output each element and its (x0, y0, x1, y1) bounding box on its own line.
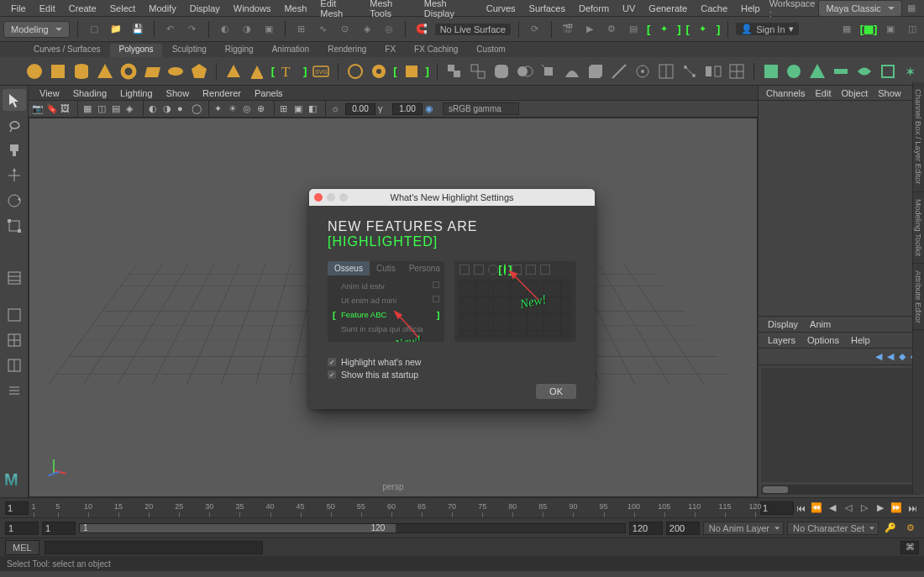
step-fwd-key-icon[interactable]: ⏩ (890, 501, 903, 515)
play-back-icon[interactable]: ◁ (842, 501, 855, 515)
vp-icon-n[interactable]: ▣ (294, 103, 306, 115)
vp-menu-view[interactable]: View (34, 87, 66, 99)
layout-single-icon[interactable] (3, 304, 26, 326)
poly-newprim-icon[interactable] (402, 62, 421, 81)
autokey-icon[interactable]: 🔑 (882, 520, 899, 537)
vp-menu-renderer[interactable]: Renderer (197, 87, 247, 99)
shelf-tab-curves[interactable]: Curves / Surfaces (25, 44, 108, 57)
vp-cam-icon[interactable]: 📷 (32, 103, 44, 115)
go-start-icon[interactable]: ⏮ (794, 501, 807, 515)
panel-layout-icon-1[interactable]: ▦ (838, 21, 855, 38)
target-weld-icon[interactable] (633, 62, 652, 81)
menu-edit[interactable]: Edit (34, 2, 61, 15)
range-slider[interactable]: 1 120 (79, 523, 626, 533)
step-back-key-icon[interactable]: ⏪ (810, 501, 823, 515)
poly-sphere-icon[interactable] (25, 62, 44, 81)
range-end-outer[interactable] (666, 522, 700, 535)
vp-bookmark-icon[interactable]: 🔖 (46, 103, 58, 115)
poly-cylinder-icon[interactable] (72, 62, 91, 81)
insert-edge-icon[interactable] (657, 62, 675, 81)
shelf-tab-fx[interactable]: FX (376, 44, 404, 57)
open-scene-icon[interactable]: 📁 (108, 21, 124, 38)
step-fwd-icon[interactable]: ▶ (874, 501, 887, 515)
menu-file[interactable]: File (5, 2, 32, 15)
undo-icon[interactable]: ↶ (162, 21, 179, 38)
menu-curves[interactable]: Curves (480, 2, 522, 15)
move-tool[interactable] (3, 165, 26, 186)
vp-icon-e[interactable]: ◐ (149, 103, 160, 115)
window-close-icon[interactable] (314, 193, 323, 202)
ok-button[interactable]: OK (536, 384, 576, 399)
side-tab-modeling-toolkit[interactable]: Modeling Toolkit (913, 192, 924, 264)
menu-help[interactable]: Help (735, 2, 766, 15)
mirror-icon[interactable] (704, 62, 722, 81)
poly-cone-icon[interactable] (96, 62, 114, 81)
vp-icon-l[interactable]: ⊕ (257, 103, 269, 115)
menu-uv[interactable]: UV (617, 2, 641, 15)
layout-four-icon[interactable] (3, 329, 26, 351)
menu-meshtools[interactable]: Mesh Tools (364, 0, 417, 20)
exposure-icon[interactable]: ☼ (331, 103, 343, 115)
new-scene-icon[interactable]: ▢ (86, 21, 102, 38)
select-tool[interactable] (3, 89, 26, 111)
side-tab-channelbox[interactable]: Channel Box / Layer Editor (913, 82, 924, 192)
snap-live-icon[interactable]: ◎ (381, 21, 397, 38)
color-mgmt-icon[interactable]: ◉ (425, 103, 437, 115)
render-more-icon[interactable]: ▤ (625, 21, 642, 38)
dialog-ex-tab3[interactable]: Persona (402, 261, 445, 275)
boolean-icon[interactable] (516, 62, 534, 81)
ch-tab-object[interactable]: Object (837, 87, 872, 98)
layout-two-icon[interactable] (3, 354, 26, 376)
bevel-icon[interactable] (586, 62, 605, 81)
poly-cube-icon[interactable] (49, 62, 67, 81)
layer-menu-options[interactable]: Options (803, 334, 843, 346)
vp-icon-d[interactable]: ◈ (126, 103, 138, 115)
layer-icon-1[interactable]: ◀ (875, 351, 882, 362)
paint-select-tool[interactable] (3, 139, 26, 161)
dialog-titlebar[interactable]: What's New Highlight Settings (309, 189, 595, 206)
vp-icon-a[interactable]: ▦ (83, 103, 95, 115)
menu-cache[interactable]: Cache (695, 2, 733, 15)
vp-icon-j[interactable]: ☀ (228, 103, 240, 115)
no-live-surface[interactable]: No Live Surface (435, 24, 511, 35)
vp-menu-lighting[interactable]: Lighting (114, 87, 159, 99)
anim-prefs-icon[interactable]: ⚙ (902, 520, 919, 537)
menu-display[interactable]: Display (184, 2, 226, 15)
range-start-outer[interactable] (5, 522, 39, 535)
layer-tab-display[interactable]: Display (764, 318, 802, 330)
sculpt-icon-7[interactable]: ✶ (902, 62, 921, 81)
vp-icon-o[interactable]: ◧ (308, 103, 320, 115)
menu-windows[interactable]: Windows (228, 2, 277, 15)
shelf-tab-animation[interactable]: Animation (264, 44, 318, 57)
menu-surfaces[interactable]: Surfaces (523, 2, 571, 15)
shelf-tab-rigging[interactable]: Rigging (217, 44, 262, 57)
shelf-tab-rendering[interactable]: Rendering (319, 44, 375, 57)
current-frame-input[interactable] (760, 501, 794, 515)
connect-icon[interactable] (680, 62, 699, 81)
vp-menu-show[interactable]: Show (160, 87, 196, 99)
poly-disc-icon[interactable] (166, 62, 185, 81)
render-icon[interactable]: 🎬 (559, 21, 576, 38)
sculpt-icon-4[interactable] (832, 62, 850, 81)
layer-icon-3[interactable]: ◆ (899, 351, 906, 362)
shelf-tab-sculpt[interactable]: Sculpting (164, 44, 215, 57)
menu-generate[interactable]: Generate (643, 2, 693, 15)
menu-deform[interactable]: Deform (573, 2, 615, 15)
sculpt-icon-6[interactable] (879, 62, 897, 81)
vp-icon-h[interactable]: ◯ (192, 103, 203, 115)
snap-point-icon[interactable]: ⊙ (337, 21, 354, 38)
layout-icon[interactable]: ▦ (904, 0, 919, 17)
window-max-icon[interactable] (339, 193, 348, 202)
shelf-tab-fxcaching[interactable]: FX Caching (406, 44, 466, 57)
vp-menu-panels[interactable]: Panels (249, 87, 289, 99)
sculpt-icon-3[interactable] (808, 62, 827, 81)
separate-icon[interactable] (469, 62, 487, 81)
sculpt-icon-5[interactable] (855, 62, 874, 81)
layer-icon-2[interactable]: ◀ (887, 351, 894, 362)
live-surface-icon[interactable]: 🧲 (413, 21, 430, 38)
poly-super-icon[interactable] (346, 62, 365, 81)
sculpt-icon-1[interactable] (762, 62, 780, 81)
shelf-tab-custom[interactable]: Custom (468, 44, 513, 57)
menu-create[interactable]: Create (63, 2, 102, 15)
ch-tab-edit[interactable]: Edit (811, 87, 835, 98)
